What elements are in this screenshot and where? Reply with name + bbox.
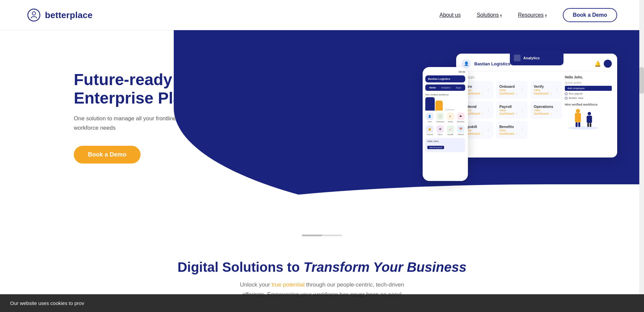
svg-point-2 [568,126,598,130]
app-operations: Operations View Dashboard → ⋮ [530,101,562,119]
dashboard-company: Bastian Logistics [474,61,511,66]
mobile-tab-home[interactable]: Home [428,86,437,89]
user-avatar-circle [604,60,612,68]
mobile-illustration: Employee [425,97,465,111]
svg-rect-3 [575,113,581,122]
bottom-title: Digital Solutions to Transform Your Busi… [0,260,644,275]
mobile-quick-actions: Hello John, Add All payroll [425,138,465,152]
quick-action-label: Quick action [565,81,612,84]
book-demo-hero-button[interactable]: Book a Demo [74,146,141,164]
cookie-text: Our website uses cookies to prov [10,300,84,306]
mobile-app-onboard: 📋 Onboard [436,113,445,123]
mobile-app-opns: ⚙ Opns [436,125,445,135]
hero-subtitle: One solution to manage all your frontlin… [74,114,201,132]
mobile-tab-apps[interactable]: Apps [454,86,463,89]
mobile-app-payroll: 💰 Payroll [425,125,434,135]
mobile-mockup: 09:00 Bastian Logistics Home Analytics A… [423,67,468,181]
quick-action-run-payroll: Run payroll [565,91,612,96]
svg-rect-6 [578,122,580,127]
chevron-down-icon: ▾ [545,13,547,17]
navbar: betterplace About us Solutions ▾ Resourc… [0,0,644,30]
mobile-company: Bastian Logistics [428,77,463,80]
nav-resources[interactable]: Resources ▾ [518,12,546,18]
brand-name: betterplace [45,10,93,20]
bell-icon: 🔔 [594,61,601,67]
dashboard-apps-grid: Hire View Dashboard → ⋮ Onboard View Das… [462,81,562,139]
scroll-progress-fill [302,235,322,236]
hero-section: Future-ready Enterprise Platform One sol… [0,30,644,225]
nav-about[interactable]: About us [439,12,461,18]
mobile-app-upskill: 📈 Upskill [446,125,455,135]
svg-rect-9 [587,123,589,127]
mobile-app-benefits: ❤ Benefits [456,113,465,123]
mobile-app-verify: ✓ Verify [446,113,455,123]
analytics-label: Analytics [523,56,540,60]
logo[interactable]: betterplace [27,8,93,22]
app-verify: Verify View Dashboard → ⋮ [530,81,562,99]
nav-solutions[interactable]: Solutions ▾ [477,12,502,18]
dashboard-apps-section: My Apps Hire View Dashboard → ⋮ Onboard [462,75,562,139]
mobile-apps-grid-2: 💰 Payroll ⚙ Opns 📈 Upskill 📅 Attend [425,125,465,135]
scroll-bar-container [0,225,644,240]
hello-text: Hello John, [565,75,612,79]
dashboard-icons: 🔔 [594,60,612,68]
dashboard-body: My Apps Hire View Dashboard → ⋮ Onboard [462,75,612,139]
book-demo-nav-button[interactable]: Book a Demo [563,8,617,22]
mobile-hire-label: Hire verified workforce [425,93,465,96]
mobile-app-attend: 📅 Attend [456,125,465,135]
hire-workforce-label: Hire verified workforce [565,103,612,106]
dashboard-mockup: Analytics 09:00 Bastian Logistics Home A… [423,47,617,201]
app-onboard: Onboard View Dashboard → ⋮ [496,81,528,99]
analytics-card: Analytics [510,50,564,65]
dashboard-right-panel: Hello John, Quick action Add employee Ru… [565,75,612,139]
quick-action-add-employee: Add employee [565,86,612,91]
workforce-illustration [565,106,605,130]
svg-rect-10 [590,123,591,127]
nav-links: About us Solutions ▾ Resources ▾ Book a … [439,8,617,22]
mobile-app-hire: 👤 Hire [425,113,434,123]
mobile-nav: Home Analytics Apps [425,84,465,91]
mobile-tab-analytics[interactable]: Analytics [440,86,452,89]
app-payroll: Payroll View Dashboard → ⋮ [496,101,528,119]
chevron-down-icon: ▾ [500,13,502,17]
main-dashboard-card: 👤 Bastian Logistics Dashboard 🔔 My Apps [456,54,617,158]
mobile-time: 09:00 [425,70,465,73]
scrollbar-track[interactable] [639,0,644,312]
svg-rect-5 [576,122,578,127]
app-benefits: Benefits View Dashboard → ⋮ [496,121,528,139]
scroll-progress-bar [302,235,342,236]
my-apps-label: My Apps [462,75,562,79]
svg-rect-7 [587,116,592,123]
quick-action-builder: Builder view [565,96,612,100]
mobile-apps-grid: 👤 Hire 📋 Onboard ✓ Verify ❤ Benefits [425,113,465,123]
scrollbar-thumb[interactable] [639,67,644,94]
analytics-icon [514,55,521,61]
mobile-header: Bastian Logistics [425,75,465,82]
mobile-action-payroll: Add All payroll [427,146,444,149]
cookie-banner: Our website uses cookies to prov [0,294,644,312]
logo-icon [27,8,41,22]
svg-point-8 [588,112,591,115]
svg-point-1 [32,12,36,15]
svg-point-4 [576,109,580,113]
